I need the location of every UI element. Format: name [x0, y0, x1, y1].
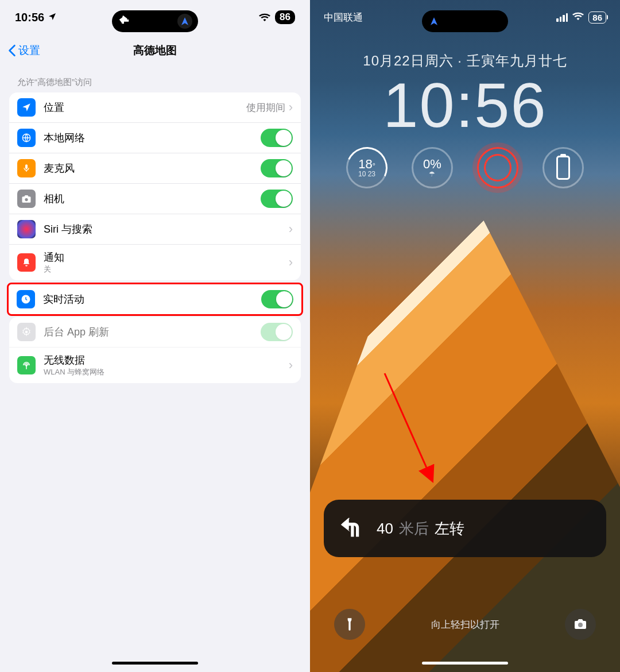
camera-button[interactable] — [565, 609, 596, 640]
status-time: 10:56 — [15, 11, 44, 24]
page-title: 高德地图 — [133, 43, 177, 58]
toggle-microphone[interactable] — [261, 159, 293, 177]
row-notifications[interactable]: 通知 关 › — [9, 245, 301, 280]
wallpaper-mountain — [310, 138, 620, 672]
toggle-local-network[interactable] — [261, 129, 293, 147]
row-live-activities[interactable]: 实时活动 — [9, 284, 301, 314]
flashlight-button[interactable] — [334, 609, 365, 640]
row-microphone[interactable]: 麦克风 — [9, 153, 301, 184]
row-label: 后台 App 刷新 — [44, 325, 261, 339]
battery-indicator: 86 — [275, 10, 295, 24]
back-label: 设置 — [18, 43, 40, 58]
row-local-network[interactable]: 本地网络 — [9, 123, 301, 153]
siri-icon — [17, 220, 36, 238]
nav-header: 设置 高德地图 — [0, 34, 310, 67]
lock-screen: 中国联通 86 10月22日周六 · 壬寅年九月廿七 10:56 18° 10 … — [310, 0, 620, 672]
row-background-refresh[interactable]: 后台 App 刷新 — [9, 317, 301, 347]
cellular-signal-icon — [556, 13, 568, 22]
row-label: 相机 — [44, 192, 261, 206]
row-camera[interactable]: 相机 — [9, 184, 301, 214]
microphone-icon — [17, 159, 36, 177]
location-services-icon — [48, 11, 57, 24]
settings-list-2: 后台 App 刷新 无线数据 WLAN 与蜂窝网络 › — [9, 317, 301, 383]
toggle-live-activities[interactable] — [261, 290, 293, 308]
lock-screen-bottom-bar: 向上轻扫以打开 — [310, 609, 620, 640]
home-indicator[interactable] — [112, 662, 198, 665]
svg-point-2 — [25, 198, 28, 201]
chevron-right-icon: › — [289, 255, 293, 270]
gear-icon — [17, 323, 36, 341]
live-activity-card[interactable]: 40 米后 左转 — [324, 500, 606, 557]
back-button[interactable]: 设置 — [8, 43, 40, 58]
dynamic-island[interactable] — [112, 10, 198, 32]
live-activity-text: 40 米后 左转 — [377, 519, 464, 539]
camera-icon — [17, 190, 36, 208]
toggle-background-refresh[interactable] — [261, 323, 293, 341]
location-icon — [17, 98, 36, 117]
clock-icon — [17, 290, 35, 308]
lock-screen-widgets: 18° 10 23 0% ☂ — [310, 145, 620, 191]
row-wireless-data[interactable]: 无线数据 WLAN 与蜂窝网络 › — [9, 347, 301, 383]
turn-left-icon — [118, 13, 130, 29]
carrier-label: 中国联通 — [324, 11, 363, 24]
row-location[interactable]: 位置 使用期间 › — [9, 92, 301, 123]
settings-screen: 10:56 86 设置 高德地图 允许“高德地图”访问 — [0, 0, 310, 672]
wifi-icon — [259, 11, 270, 24]
home-indicator[interactable] — [422, 662, 508, 665]
toggle-camera[interactable] — [261, 190, 293, 208]
lock-screen-time: 10:56 — [310, 74, 620, 137]
row-siri-search[interactable]: Siri 与搜索 › — [9, 214, 301, 245]
status-bar: 中国联通 86 — [310, 0, 620, 34]
highlight-annotation: 实时活动 — [7, 283, 303, 316]
globe-icon — [17, 129, 36, 147]
row-label: 无线数据 WLAN 与蜂窝网络 — [44, 353, 289, 377]
row-label: 麦克风 — [44, 161, 261, 175]
row-label: 实时活动 — [43, 292, 261, 306]
svg-point-4 — [25, 331, 28, 334]
lock-screen-date: 10月22日周六 · 壬寅年九月廿七 — [310, 52, 620, 70]
bell-icon — [17, 253, 36, 272]
chevron-right-icon: › — [289, 100, 293, 115]
weather-widget[interactable]: 18° 10 23 — [344, 145, 390, 191]
chevron-right-icon: › — [289, 222, 293, 237]
navigation-app-icon — [177, 14, 192, 29]
chevron-right-icon: › — [289, 358, 293, 373]
battery-indicator: 86 — [588, 11, 606, 24]
row-label: 位置 — [44, 101, 246, 114]
precipitation-widget[interactable]: 0% ☂ — [409, 145, 455, 191]
settings-list: 位置 使用期间 › 本地网络 麦克风 相机 S — [9, 92, 301, 280]
turn-left-icon — [340, 513, 364, 544]
section-header: 允许“高德地图”访问 — [0, 67, 310, 92]
wifi-icon — [572, 11, 584, 23]
battery-icon — [556, 156, 570, 180]
svg-rect-1 — [25, 164, 28, 169]
row-value: 使用期间 — [246, 101, 285, 114]
row-label: 本地网络 — [44, 131, 261, 145]
alarm-widget[interactable] — [475, 145, 521, 191]
swipe-hint: 向上轻扫以打开 — [431, 618, 499, 631]
battery-widget[interactable] — [540, 145, 586, 191]
row-label: 通知 关 — [44, 250, 289, 275]
svg-point-7 — [578, 623, 583, 627]
antenna-icon — [17, 356, 36, 374]
row-label: Siri 与搜索 — [44, 222, 289, 236]
